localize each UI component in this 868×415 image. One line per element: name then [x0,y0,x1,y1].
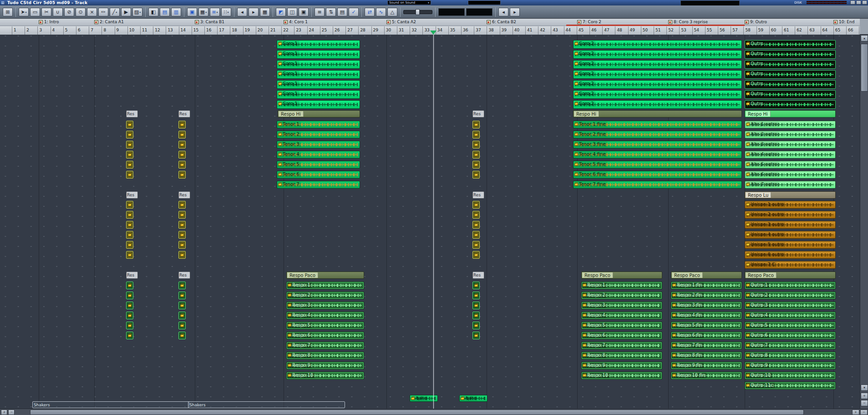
marker-flag[interactable]: 2: Canta A1 [94,20,124,24]
alto-outro-clip[interactable]: Alto 5 outro [745,161,836,169]
maximize-button[interactable] [856,0,861,5]
unison-outro-clip[interactable]: Unison 5 outro [745,241,836,249]
grid-button[interactable]: ▦ [260,8,270,16]
locked-take-clip[interactable] [126,211,133,219]
scroll-up-button[interactable]: ▴ [861,35,868,41]
res-mini-header[interactable]: Res [126,110,138,118]
respo-hi-header[interactable]: Respo Hi [745,110,836,118]
marker-flag[interactable]: 5: Canta A2 [386,20,416,24]
locked-take-clip[interactable] [126,332,133,339]
tenor-clip[interactable]: Tenor 5 [277,161,360,169]
res-mini-header[interactable]: Res [472,191,484,199]
outro-clip[interactable]: Outro 3 [745,302,836,309]
outro-top-clip[interactable]: Outro [745,60,836,69]
respo-lu-header[interactable]: Respo Lu [745,191,836,199]
playhead-handle[interactable] [430,31,437,35]
marker-flag[interactable]: 6: Canta B2 [487,20,516,24]
locked-take-clip[interactable] [178,292,186,299]
outro-clip[interactable]: Outro 7 [745,342,836,349]
scroll-right-button[interactable]: ▸ [510,8,520,16]
locked-take-clip[interactable] [178,201,186,209]
toolbar-fader-slider[interactable] [403,10,432,14]
alto-outro-clip[interactable]: Alto 7 outro [745,181,836,189]
alto-outro-clip[interactable]: Alto 1 outro [745,121,836,128]
range-tool[interactable]: ▭ [30,8,40,16]
locked-take-clip[interactable] [472,241,480,249]
tenor-fine-clip[interactable]: Tenor 6 fine [573,171,742,179]
insert-marker-button[interactable]: ◩ [276,8,286,16]
tenor-fine-clip[interactable]: Tenor 5 fine [573,161,742,169]
glue-tool[interactable]: ∪ [53,8,63,16]
erase-tool[interactable]: ⊘ [64,8,74,16]
shakers-clip[interactable]: Shakers [32,401,189,408]
respo-clip[interactable]: Respo 7 [581,342,662,349]
respo-fin-clip[interactable]: Respo 2 fin [671,292,742,299]
arrange-area[interactable]: Coro 1Coro 1Coro 1Coro 1Coro 1Coro 1Coro… [0,35,860,409]
minimize-button[interactable] [850,0,855,5]
horizontal-zoom-out-button[interactable]: − [860,410,868,415]
locked-take-clip[interactable] [472,201,480,209]
locked-take-clip[interactable] [126,151,133,159]
respo-clip[interactable]: Respo 10 [286,372,364,379]
outro-clip[interactable]: Outro 1 [745,282,836,289]
respo-clip[interactable]: Respo 5 [286,322,364,329]
punch-button[interactable]: ▣ [299,8,309,16]
vertical-zoom-in-button[interactable]: + [861,393,868,399]
locked-take-clip[interactable] [126,292,133,299]
coro1-clip[interactable]: Coro 1 [277,80,360,89]
locked-take-clip[interactable] [472,322,480,329]
coro2-clip[interactable]: Coro 2 [573,40,742,49]
snap-mode-select[interactable]: ▦▾ [198,8,208,16]
respo-clip[interactable]: Respo 10 [581,372,662,379]
locked-take-clip[interactable] [178,251,186,259]
project-setup-button[interactable]: ⊞ [3,8,13,16]
record-mode-select[interactable]: Sound on Sound ▾ [387,0,431,5]
locked-take-clip[interactable] [126,201,133,209]
coro1-clip[interactable]: Coro 1 [277,40,360,49]
outro-top-clip[interactable]: Outro [745,100,836,109]
respo-fin-clip[interactable]: Respo 8 fin [671,352,742,359]
respo-fin-clip[interactable]: Respo 5 fin [671,322,742,329]
respo-clip[interactable]: Respo 2 [286,292,364,299]
warp-button[interactable]: △ [387,8,397,16]
locked-take-clip[interactable] [178,121,186,128]
respo-clip[interactable]: Respo 4 [286,312,364,319]
respo-clip[interactable]: Respo 6 [286,332,364,339]
coro2-clip[interactable]: Coro 2 [573,70,742,79]
quantize-select[interactable]: ∷▾ [221,8,231,16]
locked-take-clip[interactable] [472,332,480,339]
respo-fin-clip[interactable]: Respo 7 fin [671,342,742,349]
zoom-preset-button[interactable]: − [8,410,15,415]
locked-take-clip[interactable] [472,161,480,169]
marker-flag[interactable]: 9: Outro [745,20,767,24]
horizontal-zoom-in-button[interactable]: + [852,410,859,415]
locked-take-clip[interactable] [472,292,480,299]
coro2-clip[interactable]: Coro 2 [573,90,742,99]
locked-take-clip[interactable] [126,131,133,138]
nudge-right-button[interactable]: ▸ [249,8,259,16]
crossfade-button[interactable]: ∿ [376,8,386,16]
respo-clip[interactable]: Respo 1 [581,282,662,289]
respo-fin-clip[interactable]: Respo 3 fin [671,302,742,309]
res-mini-header[interactable]: Res [472,272,484,279]
locked-take-clip[interactable] [472,121,480,128]
outro-top-clip[interactable]: Outro [745,80,836,89]
outro-clip[interactable]: Outro 4 [745,312,836,319]
coro1-clip[interactable]: Coro 1 [277,50,360,59]
vertical-zoom-out-button[interactable]: − [861,400,868,406]
scroll-down-button[interactable]: ▾ [861,384,868,391]
coro1-clip[interactable]: Coro 1 [277,70,360,79]
tenor-fine-clip[interactable]: Tenor 4 fine [573,151,742,159]
close-button[interactable] [862,0,867,5]
outro-top-clip[interactable]: Outro [745,90,836,99]
alto-outro-clip[interactable]: Alto 6 outro [745,171,836,179]
marker-flag[interactable]: 7: Coro 2 [577,20,601,24]
locked-take-clip[interactable] [178,302,186,309]
tenor-clip[interactable]: Tenor 6 [277,171,360,179]
track-list-button[interactable]: ≡ [315,8,325,16]
outro-top-clip[interactable]: Outro [745,40,836,49]
outro-clip[interactable]: Outro 8 [745,352,836,359]
sort-tracks-button[interactable]: ⇅ [326,8,336,16]
color-tool[interactable]: ▨▾ [132,8,142,16]
marker-flag[interactable]: 1: Intro [39,20,59,24]
